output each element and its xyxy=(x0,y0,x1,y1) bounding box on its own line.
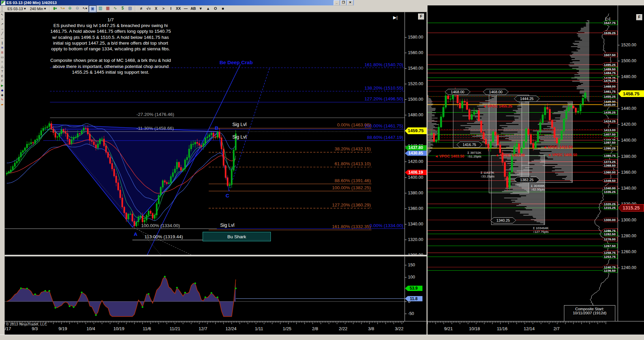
zoom-in-button[interactable]: ⊕ xyxy=(67,5,73,11)
draw-tool-3[interactable]: > xyxy=(160,6,167,12)
left-date-label: 12/7 xyxy=(199,326,207,331)
sigma-volume-label: Σ 39732K↕51.25pts xyxy=(467,151,481,158)
level-tag-1547.75: 1547.75 xyxy=(602,21,618,25)
right-axis-tick xyxy=(618,172,620,173)
trendline-icon[interactable]: ╱ xyxy=(0,31,4,36)
channel-icon[interactable]: ∥ xyxy=(0,41,4,45)
bar-panel-button[interactable]: ▥ xyxy=(97,5,104,11)
level-tag-1253.75: 1253.75 xyxy=(602,254,618,259)
tool-sidebar: ↖+↗→╱─∥≋≣▭○△TEF▶◆◆✎▰ xyxy=(0,12,5,335)
right-axis-tick xyxy=(618,45,620,45)
instrument-dropdown[interactable]: ES 03-13 ▾ xyxy=(6,5,27,12)
status-bar xyxy=(0,335,644,340)
draw-tool-10[interactable]: O xyxy=(212,6,219,12)
composite-start-box: Composite Start: 10/11/2007 (1912d) xyxy=(564,305,615,321)
draw-tool-6[interactable]: — xyxy=(182,6,189,12)
level-tag-value: 1276.00 xyxy=(602,237,617,241)
chevron-down-icon: ▾ xyxy=(24,6,26,11)
pencil-icon[interactable]: ✎ xyxy=(0,97,4,102)
line-chart-button[interactable]: ∿ xyxy=(112,5,119,11)
triangle-icon[interactable]: △ xyxy=(0,64,4,69)
arrow-up-icon[interactable]: ↗ xyxy=(0,22,4,26)
level-tag-value: 1349.50 xyxy=(602,179,617,183)
toolbar-grip[interactable] xyxy=(2,6,4,11)
rectangle-icon[interactable]: ▭ xyxy=(0,55,4,59)
minimize-button[interactable]: _ xyxy=(334,0,340,5)
indicator-axis-tick xyxy=(405,265,407,265)
chart-style-button[interactable]: ▮▾ xyxy=(52,5,58,11)
left-axis-label: 1500.00 xyxy=(408,97,423,102)
composite-start-line2: 10/11/2007 (1912d) xyxy=(564,311,615,315)
level-tag-1282.50: 1282.50 xyxy=(602,232,618,236)
draw-tool-9[interactable]: ▲ xyxy=(204,6,212,12)
crosshair-icon[interactable]: + xyxy=(0,17,4,22)
fib-blue-label: 88.60% (1447.19) xyxy=(331,135,403,140)
right-axis-tick xyxy=(618,220,620,220)
draw-tool-5[interactable]: XX xyxy=(175,6,182,12)
zoom-region-button[interactable]: ▣ xyxy=(89,5,96,12)
marker-icon[interactable]: ▰ xyxy=(0,102,4,107)
left-date-label: 1/25 xyxy=(283,326,291,331)
right-axis-tick xyxy=(618,124,620,125)
fib-retracement-icon[interactable]: ≣ xyxy=(0,50,4,55)
level-tag-1445.00: 1445.00 xyxy=(602,102,618,107)
left-axis-label: 1540.00 xyxy=(408,66,423,71)
window-divider[interactable] xyxy=(427,5,428,335)
draw-button[interactable]: ✎▾ xyxy=(59,5,66,11)
title-bar: ES 03-13 (240 Min) 1/4/2013 _ ❐ ✕ xyxy=(0,0,354,5)
dollar-button[interactable]: $ xyxy=(119,5,126,11)
sig-level-label-1: Sig Lvl xyxy=(232,122,247,127)
goto-most-recent-icon[interactable]: ▷| xyxy=(606,16,610,21)
draw-tool-1[interactable]: √≡ xyxy=(145,6,152,12)
e-tool-icon[interactable]: E xyxy=(0,74,4,78)
focus-button-right[interactable]: F xyxy=(636,14,642,20)
text-tool-icon[interactable]: T xyxy=(0,69,4,74)
right-axis-tick xyxy=(618,236,620,236)
draw-tool-11[interactable]: ■ xyxy=(219,6,227,12)
play-icon[interactable]: ▶ xyxy=(0,83,4,88)
goto-most-recent-icon[interactable]: ▶| xyxy=(393,15,397,20)
cursor-icon[interactable]: ↖ xyxy=(0,12,4,17)
panel-splitter[interactable] xyxy=(0,255,427,257)
close-button[interactable]: ✕ xyxy=(347,0,353,5)
diamond-black-icon[interactable]: ◆ xyxy=(0,93,4,97)
copyright-text: © 2013 NinjaTrader, LLC xyxy=(6,322,47,326)
fib-gray-label: -27.20% (1476.46) xyxy=(136,112,174,117)
level-tag-value: 1373.25 xyxy=(602,160,617,164)
level-tag-value: 1267.50 xyxy=(602,244,617,248)
arrow-right-icon[interactable]: → xyxy=(0,26,4,31)
f-tool-icon[interactable]: F xyxy=(0,78,4,83)
fib-blue-label: 100.00% (1461.75) xyxy=(331,123,403,128)
hline-icon[interactable]: ─ xyxy=(0,36,4,41)
wave-icon[interactable]: ≋ xyxy=(0,45,4,50)
left-axis-tick xyxy=(405,209,407,209)
histogram-button[interactable]: ▦ xyxy=(104,5,111,11)
level-tag-1320.25: 1320.25 xyxy=(602,202,618,206)
focus-button-left[interactable]: F xyxy=(418,14,424,20)
ellipse-icon[interactable]: ○ xyxy=(0,59,4,64)
grid-button[interactable]: ▤ xyxy=(127,5,133,11)
vpoc-label: ◄ VPOC 1407.00 xyxy=(495,153,525,157)
zoom-out-button[interactable]: ⊖ xyxy=(74,5,81,11)
shark-pattern-box: Bu Shark xyxy=(203,232,271,241)
interval-dropdown[interactable]: 240 Min ▾ xyxy=(28,5,48,12)
diamond-navy-icon[interactable]: ◆ xyxy=(0,88,4,93)
chart-labels-layer: 1/7ES pushed thru sig lvl 1447.25 & brea… xyxy=(0,0,644,340)
draw-tool-4[interactable]: I xyxy=(167,6,175,12)
fib-sienna-label: 61.80% (1413.10) xyxy=(297,161,371,166)
draw-tool-2[interactable]: X xyxy=(152,6,160,12)
draw-tool-7[interactable]: AB xyxy=(189,6,197,12)
level-tag-1413.00: 1413.00 xyxy=(602,128,618,132)
left-date-label: 10/19 xyxy=(113,326,125,331)
fib-blue-label: 161.80% (1540.70) xyxy=(331,62,403,67)
left-axis-tick xyxy=(405,130,407,131)
level-tag-1340.00: 1340.00 xyxy=(602,186,618,190)
restore-button[interactable]: ❐ xyxy=(340,0,346,5)
fib-gray-label: 113.00% (1319.44) xyxy=(145,234,183,239)
cursor-button[interactable]: ↖▾ xyxy=(81,5,88,11)
left-axis-tick xyxy=(405,53,407,53)
draw-tool-0[interactable]: ≠ xyxy=(137,6,145,12)
level-tag-1276.00: 1276.00 xyxy=(602,237,618,241)
draw-tool-8[interactable]: ▼ xyxy=(197,6,204,12)
level-tag-1335.25: 1335.25 xyxy=(602,190,618,194)
